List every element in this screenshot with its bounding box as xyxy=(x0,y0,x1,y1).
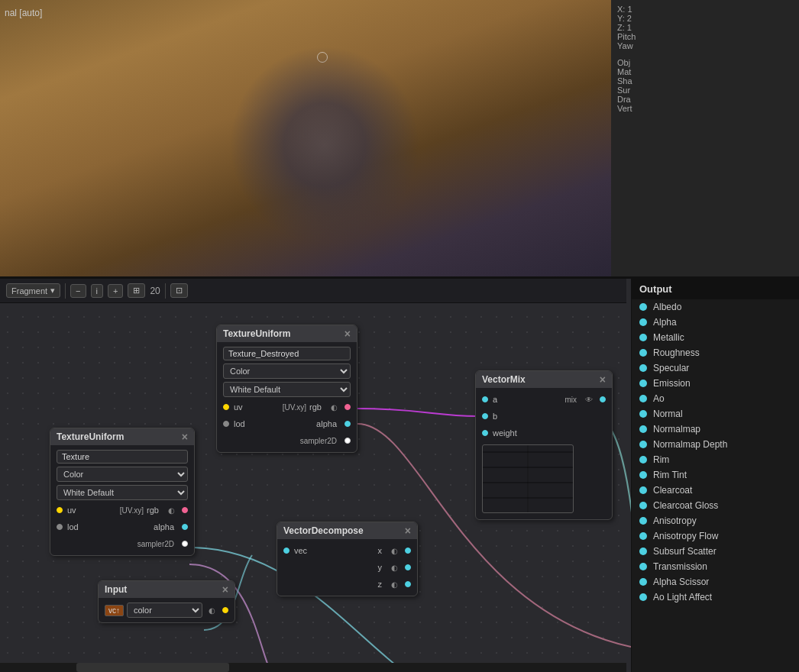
node-texture-large-rgb-toggle[interactable]: ◐ xyxy=(328,401,340,413)
node-vector-mix-a-port-in[interactable] xyxy=(482,396,488,402)
node-texture-small-lod-label: lod xyxy=(67,522,150,531)
output-item-emission: Emission xyxy=(632,376,799,391)
node-texture-large-uv-row: uv [UV.xy] rgb ◐ xyxy=(217,399,357,415)
viewport: nal [auto] xyxy=(0,0,611,279)
node-input-toggle[interactable]: ◐ xyxy=(205,604,218,616)
output-dot-13 xyxy=(639,502,647,509)
output-item-metallic: Metallic xyxy=(632,330,799,345)
node-texture-large-color-select[interactable]: Color xyxy=(223,363,351,379)
node-vector-mix-weight-port-in[interactable] xyxy=(482,430,488,436)
layout-button[interactable]: ⊞ xyxy=(128,283,145,298)
node-vector-mix-close[interactable]: × xyxy=(600,374,606,385)
node-vector-mix-b-row: b xyxy=(476,408,612,425)
output-item-normal: Normal xyxy=(632,406,799,422)
node-vector-decompose-vec-row: vec x ◐ xyxy=(277,542,417,559)
toolbar-sep-2 xyxy=(165,283,166,299)
node-texture-small-uv-port-in[interactable] xyxy=(57,507,63,513)
output-item-rim: Rim xyxy=(632,452,799,467)
node-texture-small-title: TextureUniform xyxy=(57,431,124,442)
node-input-header[interactable]: Input × xyxy=(99,581,235,598)
node-texture-small-alpha-port-out[interactable] xyxy=(182,524,188,530)
node-scrollbar[interactable] xyxy=(0,663,626,672)
node-vector-mix-eye-icon[interactable]: 👁 xyxy=(583,393,595,405)
output-item-normalmap-depth: Normalmap Depth xyxy=(632,437,799,452)
node-texture-small-rgb-port-out[interactable] xyxy=(182,507,188,513)
prop-mat: Mat xyxy=(617,67,793,76)
node-texture-small-lod-port-in[interactable] xyxy=(57,524,63,530)
node-texture-large-white-select[interactable]: White Default xyxy=(223,382,351,397)
node-input-color-select[interactable]: color xyxy=(127,603,202,618)
node-vector-decompose-y-toggle[interactable]: ◐ xyxy=(388,561,400,573)
node-texture-large-sampler-port-out[interactable] xyxy=(345,438,351,444)
node-texture-small-white-select[interactable]: White Default xyxy=(57,485,188,500)
node-texture-large-rgb-port-out[interactable] xyxy=(345,404,351,410)
node-texture-small-close[interactable]: × xyxy=(182,431,188,442)
node-icon-button[interactable]: ⊡ xyxy=(170,283,188,298)
node-texture-small-name-row xyxy=(50,448,194,465)
output-dot-11 xyxy=(639,471,647,479)
zoom-out-button[interactable]: − xyxy=(70,284,86,298)
node-texture-small-rgb-toggle[interactable]: ◐ xyxy=(165,504,177,516)
node-vector-decompose-y-port-out[interactable] xyxy=(405,564,411,570)
node-texture-small-name-input[interactable] xyxy=(57,450,188,464)
node-input-out-port[interactable] xyxy=(222,607,228,613)
node-texture-small-header[interactable]: TextureUniform × xyxy=(50,428,194,445)
node-vector-decompose-body: vec x ◐ y ◐ z ◐ xyxy=(277,539,417,596)
node-texture-small-white-row: White Default xyxy=(50,483,194,502)
node-texture-small-uv-label: uv xyxy=(67,506,117,515)
node-input-title: Input xyxy=(105,584,127,595)
node-texture-large-uv-value: [UV.xy] xyxy=(283,403,306,412)
plus-icon: + xyxy=(113,286,118,296)
node-vector-mix-weight-row: weight xyxy=(476,425,612,441)
output-label-3: Roughness xyxy=(653,347,700,358)
output-label-6: Ao xyxy=(653,393,665,404)
output-label-12: Clearcoat xyxy=(653,485,692,496)
output-dot-9 xyxy=(639,441,647,448)
prop-obj: Obj xyxy=(617,58,793,67)
output-dot-1 xyxy=(639,318,647,326)
coord-z: Z: 1 xyxy=(617,23,793,32)
node-input-body: vc↑ color ◐ xyxy=(99,598,235,622)
node-vector-decompose-y-row: y ◐ xyxy=(277,559,417,576)
node-texture-small-sampler-port-out[interactable] xyxy=(182,541,188,547)
node-vector-mix-b-port-in[interactable] xyxy=(482,413,488,419)
fragment-dropdown[interactable]: Fragment ▾ xyxy=(6,283,60,298)
output-label-5: Emission xyxy=(653,378,691,389)
node-texture-small-alpha-label: alpha xyxy=(154,522,174,531)
fragment-label: Fragment xyxy=(11,286,47,296)
output-label-13: Clearcoat Gloss xyxy=(653,500,718,511)
node-vector-decompose-x-port-out[interactable] xyxy=(405,548,411,554)
node-texture-large-body: Color White Default uv [UV.xy] rgb ◐ lod… xyxy=(217,342,357,452)
node-vector-decompose: VectorDecompose × vec x ◐ y ◐ z ◐ xyxy=(277,522,418,596)
node-vector-decompose-close[interactable]: × xyxy=(405,525,411,536)
node-input-color-row: vc↑ color ◐ xyxy=(99,601,235,619)
node-input-close[interactable]: × xyxy=(222,584,228,595)
node-vector-mix-body: a mix 👁 b weight xyxy=(476,388,612,519)
node-texture-large-uv-port-in[interactable] xyxy=(223,404,229,410)
node-texture-large-header[interactable]: TextureUniform × xyxy=(217,325,357,342)
node-texture-small-color-select[interactable]: Color xyxy=(57,467,188,482)
output-items-list: AlbedoAlphaMetallicRoughnessSpecularEmis… xyxy=(632,299,799,605)
node-texture-large-alpha-port-out[interactable] xyxy=(345,421,351,427)
node-vector-mix-out-port[interactable] xyxy=(600,396,606,402)
node-texture-large-close[interactable]: × xyxy=(345,328,351,339)
output-panel-title: Output xyxy=(632,279,799,299)
viewport-label: nal [auto] xyxy=(0,6,47,20)
node-vector-decompose-z-row: z ◐ xyxy=(277,576,417,593)
node-texture-small-lod-row: lod alpha xyxy=(50,519,194,535)
node-vector-mix-a-label: a xyxy=(493,395,546,404)
node-vector-mix-header[interactable]: VectorMix × xyxy=(476,371,612,388)
info-button[interactable]: i xyxy=(91,284,103,298)
info-icon: i xyxy=(96,286,98,296)
node-vector-decompose-header[interactable]: VectorDecompose × xyxy=(277,522,417,539)
node-texture-large-lod-port-in[interactable] xyxy=(223,421,229,427)
node-vector-decompose-x-toggle[interactable]: ◐ xyxy=(388,544,400,557)
node-vector-decompose-z-port-out[interactable] xyxy=(405,581,411,587)
output-item-anisotropy: Anisotropy xyxy=(632,513,799,528)
output-label-2: Metallic xyxy=(653,332,684,343)
node-texture-large-name-input[interactable] xyxy=(223,347,351,360)
node-vector-decompose-vec-port-in[interactable] xyxy=(283,548,290,554)
zoom-in-button[interactable]: + xyxy=(108,284,123,298)
node-vector-decompose-z-toggle[interactable]: ◐ xyxy=(388,578,400,590)
node-vector-decompose-z-label: z xyxy=(378,580,383,589)
